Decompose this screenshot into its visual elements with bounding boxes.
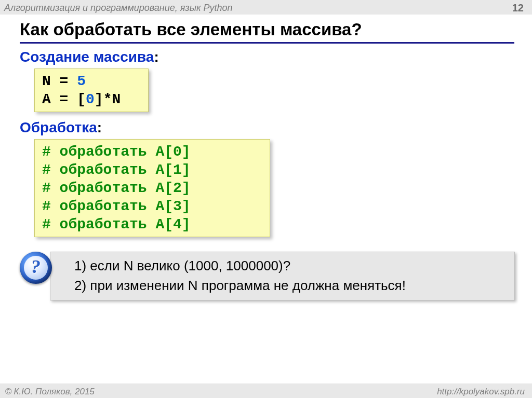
page-number: 12 [512, 2, 524, 14]
section-process-text: Обработка [20, 119, 97, 135]
question-item-1: 1) если N велико (1000, 1000000)? [74, 256, 507, 276]
footer-copyright: ©К.Ю. Поляков, 2015 [5, 387, 95, 397]
code-comment: # обработать A[0] [42, 144, 191, 160]
slide-footer: ©К.Ю. Поляков, 2015 http://kpolyakov.spb… [0, 383, 532, 398]
question-icon: ? [20, 252, 52, 284]
question-item-2: 2) при изменении N программа не должна м… [74, 276, 507, 296]
slide-content: Как обработать все элементы массива? Соз… [0, 15, 532, 300]
slide-title: Как обработать все элементы массива? [20, 19, 514, 44]
slide-header: Алгоритмизация и программирование, язык … [0, 0, 532, 15]
footer-url: http://kpolyakov.spb.ru [437, 387, 525, 397]
code-token: = [51, 73, 77, 89]
course-title: Алгоритмизация и программирование, язык … [4, 3, 232, 13]
question-panel: 1) если N велико (1000, 1000000)? 2) при… [50, 252, 515, 300]
code-process-array: # обработать A[0] # обработать A[1] # об… [34, 139, 270, 237]
code-token: 5 [77, 73, 86, 89]
code-comment: # обработать A[1] [42, 162, 191, 178]
code-create-array: N = 5 A = [0]*N [34, 68, 149, 112]
footer-copyright-text: К.Ю. Поляков, 2015 [14, 387, 95, 396]
question-block: ? 1) если N велико (1000, 1000000)? 2) п… [20, 252, 514, 300]
section-create-text: Создание массива [20, 49, 154, 65]
code-comment: # обработать A[2] [42, 180, 191, 196]
section-create-label: Создание массива: [20, 49, 514, 65]
code-token: N [42, 73, 51, 89]
code-token: = [ [51, 91, 86, 107]
code-token: 0 [86, 91, 95, 107]
question-mark: ? [31, 256, 41, 278]
section-process-label: Обработка: [20, 119, 514, 136]
code-token: A [42, 91, 51, 107]
code-comment: # обработать A[3] [42, 198, 191, 214]
code-comment: # обработать A[4] [42, 216, 191, 232]
code-token: ]*N [95, 91, 121, 107]
